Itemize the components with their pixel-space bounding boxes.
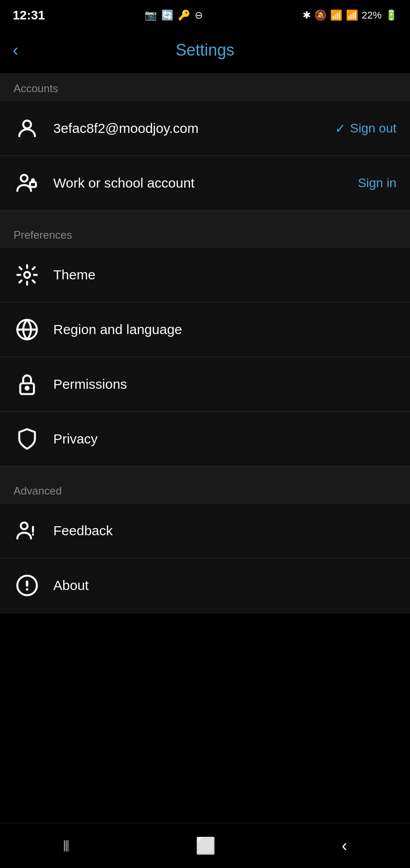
preferences-section-label: Preferences [0,220,410,248]
permissions-label: Permissions [53,377,127,392]
feedback-label: Feedback [53,523,113,538]
lock-icon [14,371,41,398]
header: ‹ Settings [0,27,410,73]
work-account-item[interactable]: Work or school account Sign in [0,156,410,211]
globe-icon [14,316,41,343]
svg-point-3 [24,272,30,278]
svg-point-7 [21,523,28,529]
home-icon: ⬜ [196,836,216,855]
nav-back-icon: ‹ [342,836,347,855]
key-icon: 🔑 [178,9,190,21]
back-arrow-icon: ‹ [13,42,19,59]
status-right: ✱ 🔕 📶 📶 22% 🔋 [303,9,397,21]
svg-point-6 [26,387,29,390]
sign-in-text[interactable]: Sign in [358,176,396,190]
battery-text: 22% [362,9,382,21]
about-label: About [53,578,89,593]
about-item[interactable]: About [0,558,410,613]
minus-circle-icon: ⊖ [195,9,203,21]
theme-icon [14,261,41,288]
preferences-divider [0,211,410,220]
privacy-label: Privacy [53,431,98,447]
back-button[interactable]: ‹ [13,42,19,59]
personal-account-action: ✓ Sign out [335,121,396,136]
personal-account-item[interactable]: 3efac8f2@moodjoy.com ✓ Sign out [0,101,410,156]
svg-rect-2 [30,182,36,187]
work-account-action: Sign in [358,176,396,190]
signal-icon: 📶 [346,9,358,21]
status-icons: 📷 🔄 🔑 ⊖ [144,9,203,21]
camera-icon: 📷 [144,9,157,21]
region-language-label: Region and language [53,322,182,337]
page-title: Settings [176,41,234,60]
personal-account-label: 3efac8f2@moodjoy.com [53,121,199,136]
permissions-item[interactable]: Permissions [0,357,410,412]
privacy-item[interactable]: Privacy [0,412,410,467]
status-time: 12:31 [13,8,45,23]
status-bar: 12:31 📷 🔄 🔑 ⊖ ✱ 🔕 📶 📶 22% 🔋 [0,0,410,27]
sign-out-text[interactable]: Sign out [350,121,396,136]
theme-label: Theme [53,267,95,283]
battery-icon: 🔋 [385,9,397,21]
recent-apps-button[interactable]: ⦀ [45,832,88,860]
info-icon [14,572,41,599]
svg-point-1 [21,175,28,182]
bottom-spacer [0,613,410,667]
shield-icon [14,425,41,453]
advanced-divider [0,467,410,476]
mute-icon: 🔕 [314,9,326,21]
wifi-icon: 📶 [330,9,342,21]
feedback-item[interactable]: Feedback [0,504,410,558]
home-button[interactable]: ⬜ [177,832,234,860]
feedback-icon [14,517,41,544]
bluetooth-icon: ✱ [303,9,311,21]
user-icon [14,115,41,142]
work-account-label: Work or school account [53,175,195,191]
region-language-item[interactable]: Region and language [0,302,410,357]
advanced-section-label: Advanced [0,476,410,504]
svg-point-0 [23,121,31,128]
check-icon: ✓ [335,121,345,136]
recent-apps-icon: ⦀ [63,836,70,855]
work-user-icon [14,170,41,197]
accounts-section-label: Accounts [0,73,410,101]
nav-back-button[interactable]: ‹ [324,832,365,860]
nav-bar: ⦀ ⬜ ‹ [0,823,410,868]
theme-item[interactable]: Theme [0,248,410,302]
sync-icon: 🔄 [161,9,173,21]
